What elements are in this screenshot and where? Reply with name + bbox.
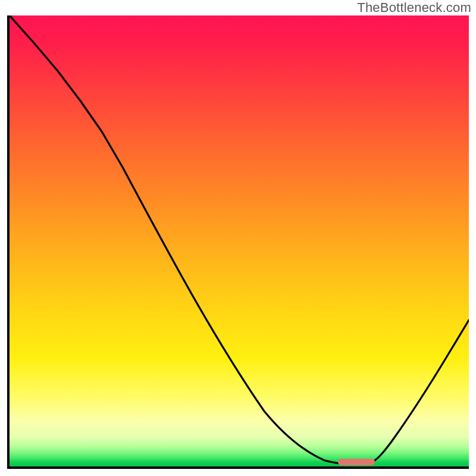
curve-path xyxy=(10,15,469,464)
plot-area xyxy=(7,15,469,469)
chart-container: TheBottleneck.com xyxy=(0,0,476,476)
watermark-text: TheBottleneck.com xyxy=(357,0,471,15)
optimal-range-marker xyxy=(338,459,375,465)
bottleneck-curve xyxy=(10,15,469,466)
